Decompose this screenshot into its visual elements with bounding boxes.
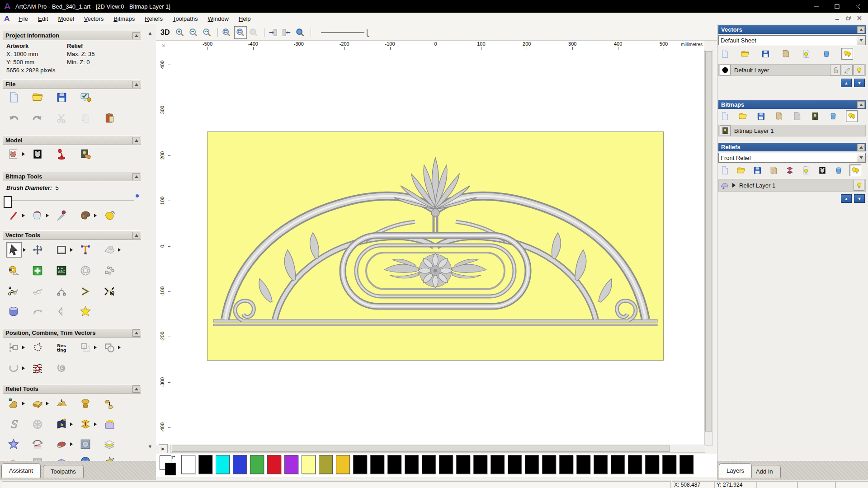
snap-left-button[interactable] bbox=[267, 27, 279, 38]
text-on-curve-button[interactable] bbox=[30, 340, 45, 355]
open-bitmap-layer-button[interactable] bbox=[737, 111, 748, 122]
menu-toolpaths[interactable]: Toolpaths bbox=[168, 14, 203, 24]
menu-reliefs[interactable]: Reliefs bbox=[140, 14, 168, 24]
menu-file[interactable]: File bbox=[14, 14, 33, 24]
child-close-button[interactable] bbox=[855, 14, 863, 22]
lighting-setup-button[interactable] bbox=[54, 147, 69, 161]
palette-colour-swatch[interactable] bbox=[594, 455, 608, 474]
collapse-relief-tools-button[interactable] bbox=[132, 385, 140, 393]
subtract-relief-button[interactable] bbox=[102, 396, 117, 411]
relief-layer-visibility-bulb-icon[interactable] bbox=[854, 180, 864, 191]
model-notes-flyout-arrow[interactable] bbox=[22, 152, 25, 156]
cross-section-button[interactable] bbox=[54, 304, 69, 319]
collapse-reliefs-button[interactable] bbox=[857, 144, 865, 151]
zero-plane-flyout-arrow[interactable] bbox=[46, 402, 49, 405]
colour-palette-flyout-arrow[interactable] bbox=[94, 214, 97, 217]
layer-lock-icon[interactable] bbox=[830, 65, 841, 75]
palette-colour-swatch[interactable] bbox=[319, 455, 333, 474]
merge-bitmap-layers-button[interactable] bbox=[774, 111, 784, 122]
new-vector-layer-button[interactable] bbox=[719, 48, 730, 59]
palette-colour-swatch[interactable] bbox=[181, 455, 195, 474]
select-vectors-flyout-arrow[interactable] bbox=[23, 248, 26, 252]
bitmap-layer-name[interactable]: Bitmap Layer 1 bbox=[734, 127, 865, 134]
carve-relief-button[interactable] bbox=[54, 437, 69, 451]
panel-scroll-up-icon[interactable]: ▲ bbox=[147, 30, 153, 36]
block-replicate-button[interactable] bbox=[78, 340, 93, 355]
assistant-panel-scrollbar[interactable]: ▲ ▼ bbox=[147, 30, 153, 457]
merge-relief-layers-button[interactable] bbox=[768, 165, 779, 176]
tab-assistant[interactable]: Assistant bbox=[1, 463, 41, 478]
zero-plane-button[interactable] bbox=[30, 396, 45, 411]
vertical-scrollbar-thumb[interactable] bbox=[705, 51, 712, 432]
sculpting-flyout-arrow[interactable] bbox=[22, 402, 25, 405]
paste-button[interactable] bbox=[102, 111, 117, 125]
colour-picker-button[interactable] bbox=[54, 208, 69, 223]
delete-layer-button[interactable] bbox=[821, 48, 832, 59]
erase-artwork-button[interactable] bbox=[78, 147, 93, 161]
palette-colour-swatch[interactable] bbox=[679, 455, 693, 474]
vector-doctor-button[interactable] bbox=[102, 243, 117, 257]
palette-colour-swatch[interactable] bbox=[542, 455, 556, 474]
create-rectangle-button[interactable] bbox=[54, 243, 69, 257]
bitmap-thumbnail-tool-button[interactable] bbox=[810, 111, 821, 122]
menu-vectors[interactable]: Vectors bbox=[79, 14, 108, 24]
current-colours-indicator[interactable]: ⇄ bbox=[160, 455, 178, 475]
toggle-all-visibility-button[interactable] bbox=[846, 110, 858, 122]
vector-texture-button[interactable] bbox=[30, 361, 45, 375]
model-properties-button[interactable] bbox=[78, 90, 93, 104]
join-vectors-flyout-arrow[interactable] bbox=[22, 366, 25, 370]
collapse-bitmaps-button[interactable] bbox=[857, 101, 865, 108]
free-sketch-button[interactable] bbox=[30, 284, 45, 299]
zoom-fit-button[interactable] bbox=[234, 26, 247, 39]
ruler-corner-box[interactable]: ⇲ bbox=[156, 41, 171, 50]
create-star-button[interactable] bbox=[78, 304, 93, 319]
greyscale-layer-button[interactable] bbox=[792, 111, 802, 122]
palette-colour-swatch[interactable] bbox=[336, 455, 350, 474]
menu-help[interactable]: Help bbox=[234, 14, 256, 24]
sculpting-button[interactable] bbox=[6, 396, 21, 411]
scroll-left-button[interactable]: ▶ bbox=[159, 444, 168, 453]
palette-colour-swatch[interactable] bbox=[370, 455, 384, 474]
menu-edit[interactable]: Edit bbox=[33, 14, 53, 24]
collapse-position-button[interactable] bbox=[132, 329, 140, 337]
new-relief-layer-button[interactable] bbox=[719, 165, 730, 176]
horizontal-scrollbar[interactable] bbox=[170, 445, 705, 453]
collapse-file-button[interactable] bbox=[132, 81, 140, 88]
open-model-button[interactable] bbox=[30, 90, 45, 104]
line-width-slider[interactable] bbox=[319, 27, 373, 38]
palette-colour-swatch[interactable] bbox=[456, 455, 470, 474]
relief-layer-thumbnail[interactable] bbox=[720, 180, 730, 190]
block-replicate-flyout-arrow[interactable] bbox=[94, 346, 97, 349]
fit-curve-button[interactable] bbox=[30, 304, 45, 319]
layer-visibility-page-button[interactable] bbox=[801, 165, 811, 176]
relief-dropdown[interactable]: Front Relief bbox=[718, 153, 866, 163]
zoom-selection-button[interactable] bbox=[294, 27, 306, 38]
align-vectors-button[interactable] bbox=[6, 340, 21, 355]
save-vector-layer-button[interactable] bbox=[760, 48, 771, 59]
zoom-window-button[interactable] bbox=[221, 27, 232, 38]
palette-colour-swatch[interactable] bbox=[473, 455, 487, 474]
offset-relief-flyout-arrow[interactable] bbox=[94, 422, 97, 426]
vector-sheet-dropdown[interactable]: Default Sheet bbox=[718, 35, 866, 45]
palette-colour-swatch[interactable] bbox=[284, 455, 298, 474]
relief-layers-button[interactable] bbox=[102, 437, 117, 451]
transform-vectors-button[interactable] bbox=[30, 243, 45, 257]
secondary-colour-swatch[interactable] bbox=[165, 463, 176, 475]
palette-colour-swatch[interactable] bbox=[216, 455, 230, 474]
interlock-vectors-button[interactable] bbox=[54, 361, 69, 375]
create-text-button[interactable] bbox=[78, 243, 93, 257]
move-layer-down-button[interactable]: ▼ bbox=[854, 79, 865, 87]
delete-layer-button[interactable] bbox=[833, 165, 844, 176]
palette-colour-swatch[interactable] bbox=[422, 455, 436, 474]
select-vectors-button[interactable] bbox=[6, 242, 22, 258]
load-relief-button[interactable] bbox=[102, 417, 117, 432]
tab-layers[interactable]: Layers bbox=[719, 463, 752, 478]
palette-colour-swatch[interactable] bbox=[198, 455, 212, 474]
envelope-distortion-button[interactable] bbox=[78, 263, 93, 278]
smooth-relief-button[interactable] bbox=[54, 396, 69, 411]
texture-relief-flyout-arrow[interactable] bbox=[70, 422, 73, 426]
flood-fill-button[interactable] bbox=[30, 208, 45, 223]
relief-layer-name[interactable]: Relief Layer 1 bbox=[739, 182, 853, 189]
relief-dropdown-arrow[interactable] bbox=[857, 153, 865, 162]
zoom-previous-button[interactable] bbox=[201, 27, 213, 38]
